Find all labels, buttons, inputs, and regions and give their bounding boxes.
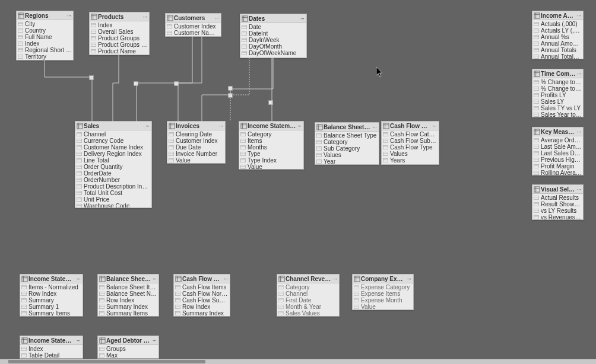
more-menu-icon[interactable]: ··· bbox=[332, 275, 338, 282]
field-row[interactable]: Values bbox=[315, 152, 379, 158]
field-row[interactable]: Row Index bbox=[174, 304, 230, 310]
field-row[interactable]: First Date bbox=[277, 297, 339, 304]
field-row[interactable]: Items - Normalized bbox=[20, 284, 83, 290]
table-header[interactable]: Income Statement··· bbox=[239, 122, 303, 130]
field-row[interactable]: % Change to LY bbox=[532, 79, 583, 85]
field-row[interactable]: % Change to LYTD bbox=[532, 85, 583, 92]
field-row[interactable]: Category bbox=[277, 284, 339, 290]
field-row[interactable]: Result Showcased bbox=[532, 201, 583, 207]
more-menu-icon[interactable]: ··· bbox=[406, 275, 412, 282]
field-row[interactable]: Customer Name Index bbox=[75, 144, 151, 151]
table-header[interactable]: Time Comparison··· bbox=[532, 69, 583, 78]
table-cashflow[interactable]: Cash Flow Data···Cash Flow CategoryCash … bbox=[381, 121, 439, 165]
table-header[interactable]: Income Statement Temp…··· bbox=[20, 274, 83, 283]
field-row[interactable]: Month & Year bbox=[277, 304, 339, 310]
more-menu-icon[interactable]: ··· bbox=[296, 122, 302, 129]
field-row[interactable]: Months bbox=[239, 144, 303, 151]
field-row[interactable]: Sales Year to Date bbox=[532, 111, 583, 117]
field-row[interactable]: Index bbox=[90, 22, 149, 28]
table-invoices[interactable]: Invoices···Clearing DateCustomer IndexDu… bbox=[167, 121, 226, 164]
field-row[interactable]: Summary 1 bbox=[20, 304, 83, 310]
field-row[interactable]: Groups bbox=[98, 346, 158, 352]
field-row[interactable]: Balance Sheet Type bbox=[315, 132, 379, 139]
field-row[interactable]: Date bbox=[240, 24, 306, 30]
table-chanrev[interactable]: Channel Revenues···CategoryChannelFirst … bbox=[277, 274, 340, 317]
field-row[interactable]: Annual Amounts bbox=[532, 40, 583, 47]
field-row[interactable]: vs Revenues Results (%) bbox=[532, 214, 583, 219]
field-row[interactable]: Cash Flow Sub Category bbox=[382, 138, 439, 144]
table-header[interactable]: Regions··· bbox=[17, 11, 73, 20]
field-row[interactable]: Customer Names bbox=[166, 30, 221, 36]
table-header[interactable]: Company Expenses··· bbox=[353, 274, 413, 283]
field-row[interactable]: Last Sales Date bbox=[532, 150, 583, 157]
field-row[interactable]: Product Groups bbox=[90, 35, 149, 41]
table-incstmt[interactable]: Income Statement···CategoryItemsMonthsTy… bbox=[239, 121, 304, 170]
field-row[interactable]: Row Index bbox=[98, 297, 158, 304]
table-cashflow_tpl[interactable]: Cash Flow Template···Cash Flow ItemsCash… bbox=[173, 274, 230, 317]
more-menu-icon[interactable]: ··· bbox=[299, 15, 305, 22]
field-row[interactable]: OrderDate bbox=[75, 170, 151, 177]
field-row[interactable]: City bbox=[17, 21, 73, 27]
field-row[interactable]: Customer Index bbox=[167, 138, 225, 144]
table-header[interactable]: Aged Debtor Groups··· bbox=[98, 336, 158, 345]
field-row[interactable]: Channel bbox=[75, 131, 151, 138]
table-header[interactable]: Balance Sheet Data··· bbox=[315, 123, 379, 132]
table-incstmt_tpl[interactable]: Income Statement Temp…···Items - Normali… bbox=[20, 274, 83, 317]
table-regions[interactable]: Regions···CityCountryFull NameIndexRegio… bbox=[16, 11, 74, 60]
field-row[interactable]: Table Detail bbox=[20, 352, 83, 358]
table-balsheet[interactable]: Balance Sheet Data···Balance Sheet TypeC… bbox=[315, 122, 379, 165]
more-menu-icon[interactable]: ··· bbox=[223, 275, 229, 282]
scroll-thumb[interactable] bbox=[8, 360, 205, 363]
field-row[interactable]: Country bbox=[17, 27, 73, 34]
field-row[interactable]: DateInt bbox=[240, 30, 306, 37]
table-sales[interactable]: Sales···ChannelCurrency CodeCustomer Nam… bbox=[75, 121, 152, 208]
table-products[interactable]: Products···IndexOverall SalesProduct Gro… bbox=[89, 12, 150, 55]
more-menu-icon[interactable]: ··· bbox=[432, 122, 438, 129]
table-header[interactable]: Sales··· bbox=[75, 122, 151, 130]
field-row[interactable]: vs LY Results bbox=[532, 207, 583, 214]
field-row[interactable]: Expense Items bbox=[353, 290, 413, 297]
field-row[interactable]: Product Name bbox=[90, 48, 149, 55]
field-row[interactable]: Summary Index bbox=[98, 304, 158, 310]
table-timecomp[interactable]: Time Comparison···% Change to LY% Change… bbox=[532, 69, 584, 117]
table-header[interactable]: Invoices··· bbox=[167, 122, 225, 130]
model-canvas[interactable]: { "cursor":{"x":634,"y":113}, "scrollbar… bbox=[0, 0, 596, 364]
more-menu-icon[interactable]: ··· bbox=[576, 12, 582, 19]
field-row[interactable]: Expense Month bbox=[353, 297, 413, 304]
field-row[interactable]: Unit Price bbox=[75, 196, 151, 203]
table-header[interactable]: Income Analysis··· bbox=[532, 11, 583, 20]
field-row[interactable]: Balance Sheet Normalized bbox=[98, 290, 158, 297]
field-row[interactable]: Sales Values bbox=[277, 310, 339, 316]
table-balsheet_tpl[interactable]: Balance Sheet Template···Balance Sheet I… bbox=[97, 274, 159, 317]
field-row[interactable]: Actuals LY (,000) bbox=[532, 27, 583, 34]
more-menu-icon[interactable]: ··· bbox=[576, 70, 582, 77]
more-menu-icon[interactable]: ··· bbox=[144, 122, 150, 129]
field-row[interactable]: Sales TY vs LY bbox=[532, 105, 583, 111]
horizontal-scrollbar[interactable] bbox=[0, 359, 596, 364]
table-header[interactable]: Key Measures··· bbox=[532, 127, 583, 136]
more-menu-icon[interactable]: ··· bbox=[576, 186, 582, 193]
more-menu-icon[interactable]: ··· bbox=[75, 337, 81, 344]
field-row[interactable]: DayOfMonth bbox=[240, 43, 306, 50]
field-row[interactable]: Balance Sheet Items bbox=[98, 284, 158, 290]
table-incstmt_vis[interactable]: Income Statement Visual···IndexTable Det… bbox=[20, 336, 83, 359]
field-row[interactable]: Total Unit Cost bbox=[75, 190, 151, 196]
table-header[interactable]: Products··· bbox=[90, 12, 149, 21]
field-row[interactable]: Due Date bbox=[167, 144, 225, 151]
field-row[interactable]: Average Order Size bbox=[532, 137, 583, 143]
field-row[interactable]: Currency Code bbox=[75, 138, 151, 144]
table-header[interactable]: Channel Revenues··· bbox=[277, 274, 339, 283]
more-menu-icon[interactable]: ··· bbox=[576, 128, 582, 135]
field-row[interactable]: Overall Sales bbox=[90, 28, 149, 35]
field-row[interactable]: Type bbox=[239, 151, 303, 157]
field-row[interactable]: Profit Margin bbox=[532, 163, 583, 170]
more-menu-icon[interactable]: ··· bbox=[66, 12, 72, 19]
field-row[interactable]: Full Name bbox=[17, 34, 73, 40]
field-row[interactable]: Max bbox=[98, 352, 158, 358]
field-row[interactable]: Value bbox=[353, 304, 413, 309]
table-aged[interactable]: Aged Debtor Groups···GroupsMax bbox=[97, 336, 159, 359]
table-incanalysis[interactable]: Income Analysis···Actuals (,000)Actuals … bbox=[532, 11, 584, 59]
more-menu-icon[interactable]: ··· bbox=[142, 13, 148, 20]
field-row[interactable]: Annual Totals Summary bbox=[532, 53, 583, 59]
field-row[interactable]: Product Groups Index bbox=[90, 41, 149, 48]
